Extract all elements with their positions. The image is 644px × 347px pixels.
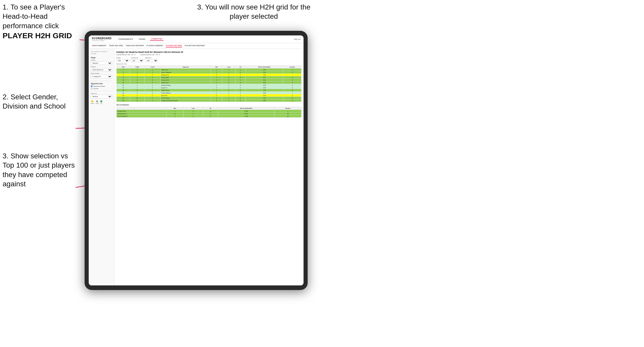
colour-dot-up — [100, 100, 102, 102]
filter-group-conference: Conference (All) — [131, 57, 144, 62]
col-rounds: Rounds — [283, 66, 301, 69]
sub-nav: TEAM SUMMARY TEAM H2H GRID TEAM H2H HEAT… — [89, 43, 304, 49]
filter-group-opponent: Opponent (All) — [145, 57, 158, 62]
conference-filter-select[interactable]: (All) — [131, 59, 144, 62]
table-row: 15 8 5 Stella Cheng 1 0 0 1.25 4 — [117, 89, 301, 92]
step3-top-text: 3. You will now see H2H grid for the pla… — [197, 3, 310, 20]
sidebar-gender-select[interactable]: Women's Men's — [91, 61, 112, 65]
nav-teams[interactable]: TEAMS — [138, 38, 146, 41]
sub-nav-team-summary[interactable]: TEAM SUMMARY — [92, 44, 106, 47]
filter-group-region: Region (All) — [116, 57, 129, 62]
overall-record: Overall Record: 353 - 34 - 6 — [116, 54, 135, 55]
col-div: # Div — [117, 66, 130, 69]
col-loss: Loss — [222, 66, 235, 69]
logo-text: SCOREBOARD — [92, 37, 112, 40]
sidebar-opponent-view-label: Opponent view — [91, 83, 112, 84]
table-row: 13 1 1 Jessica Huang 1 0 0 -3.00 2 — [117, 84, 301, 86]
opponents-label: Opponents: (All) — [116, 63, 301, 65]
out-div-header-row: WinLossTieDiff Av Strokes/RndRounds — [117, 107, 301, 110]
table-row: NCAA Division 2 5 0 0 7.400 10 — [117, 115, 301, 118]
step2-text: 2. Select Gender, Division and School — [3, 93, 66, 110]
sub-nav-team-h2h-heatmap[interactable]: TEAM H2H HEATMAP — [126, 44, 144, 47]
sidebar-timestamp: Last Updated: 27/03/2024 16:55:38 — [91, 51, 112, 55]
table-row: 5 2 2 Alexis Sudjianto 1 0 0 4.00 3 — [117, 71, 301, 74]
table-row: 10 6 3 Andrea York 2 0 0 4.00 4 — [117, 79, 301, 81]
col-opponent: Opponent — [160, 66, 211, 69]
table-row: 6 3 3 Sydney Kuo 0 1 0 -1.00 — [117, 74, 301, 76]
col-tie: Tie — [235, 66, 245, 69]
logo-area: SCOREBOARD Powered by clippd — [92, 37, 112, 41]
sidebar-division-select[interactable]: NCAA Division III NCAA Division I NCAA D… — [91, 68, 112, 72]
sidebar: Last Updated: 27/03/2024 16:55:38 Player… — [89, 49, 114, 285]
filters-row: Region (All) Conference (All) Opponent — [116, 57, 301, 62]
sidebar-divider1 — [91, 81, 112, 81]
table-row: 19 10 6 Emily Chang 4 1 0 0.30 11 — [117, 97, 301, 99]
nav-tournaments[interactable]: TOURNAMENTS — [117, 38, 134, 41]
main-content: Last Updated: 27/03/2024 16:55:38 Player… — [89, 49, 304, 285]
sidebar-player-section: Player — [91, 57, 112, 59]
instruction-top-left: 1. To see a Player's Head-to-Head perfor… — [3, 3, 82, 41]
table-row: 16 1 3 Jessica Mason 1 2 0 -0.94 7 — [117, 92, 301, 94]
division-record: Division Record: 331 - 34 - 6 — [140, 54, 160, 55]
colour-dot-level — [96, 100, 98, 102]
table-row: 18 2 2 Euna Lee 0 1 0 -5.00 2 — [117, 94, 301, 97]
colour-legend: Down Level Up — [91, 100, 112, 104]
step1-text: 1. To see a Player's Head-to-Head perfor… — [3, 3, 65, 30]
nav-committee[interactable]: COMMITTEE — [150, 37, 164, 41]
table-row: Foreign Team 1 0 0 4.500 2 — [117, 110, 301, 112]
grid-title: Katelyn Vo Head-to-Head Grid for Women's… — [116, 51, 301, 53]
sub-nav-team-h2h-grid[interactable]: TEAM H2H GRID — [109, 44, 123, 47]
grid-records: Overall Record: 353 - 34 - 6 Division Re… — [116, 54, 301, 55]
instruction-mid-left: 2. Select Gender, Division and School — [3, 92, 77, 111]
sign-out-link[interactable]: Sign out — [294, 38, 300, 40]
instruction-top-right: 3. You will now see H2H grid for the pla… — [192, 3, 315, 21]
nav-bar: SCOREBOARD Powered by clippd TOURNAMENTS… — [89, 35, 304, 43]
step1-bold: PLAYER H2H GRID — [3, 31, 72, 40]
col-win: Win — [211, 66, 222, 69]
region-filter-select[interactable]: (All) — [116, 59, 129, 62]
grid-area: Katelyn Vo Head-to-Head Grid for Women's… — [114, 49, 304, 285]
sidebar-radio-top100[interactable]: Top 100 — [91, 88, 112, 89]
opponent-filter-select[interactable]: (All) — [145, 59, 158, 62]
main-data-table: # Div # Reg # Conf Opponent Win Loss Tie… — [116, 65, 301, 102]
tablet-device: SCOREBOARD Powered by clippd TOURNAMENTS… — [85, 31, 308, 290]
sidebar-colour-by-label: Colour by — [91, 93, 112, 94]
table-row: 11 2 5 Heejo Hyun 1 0 0 3.33 3 — [117, 81, 301, 84]
sidebar-radio-opponents[interactable]: Opponents Played — [91, 85, 112, 87]
out-of-div-table: WinLossTieDiff Av Strokes/RndRounds Fore… — [116, 107, 301, 118]
logo-sub: Powered by clippd — [92, 40, 112, 41]
col-diff: Diff Av Strokes/Rnd — [245, 66, 283, 69]
table-row: 3 1 1 Esther Lee 1 0 0 1.50 4 — [117, 69, 301, 71]
table-header-row: # Div # Reg # Conf Opponent Win Loss Tie… — [117, 66, 301, 69]
step3-bot-text: 3. Show selection vs Top 100 or just pla… — [3, 152, 75, 188]
sidebar-colour-by-select[interactable]: Win/loss — [91, 95, 112, 98]
sidebar-division-label: Division — [91, 66, 112, 68]
table-row: 20 11 7 Federica Domecq Lacroze 2 1 0 1.… — [117, 99, 301, 102]
sub-nav-player-summary[interactable]: PLAYER SUMMARY — [147, 44, 163, 47]
sidebar-gender-label: Gender — [91, 59, 112, 61]
sidebar-divider2 — [91, 91, 112, 91]
tablet-screen: SCOREBOARD Powered by clippd TOURNAMENTS… — [89, 35, 304, 285]
out-of-division-title: Out of division — [116, 104, 301, 106]
sidebar-player-rank-label: Player (Rank) — [91, 73, 112, 74]
table-row: 9 1 4 Sharon Mun 1 0 0 3.67 3 — [117, 76, 301, 79]
col-conf: # Conf — [144, 66, 160, 69]
sub-nav-player-h2h-grid[interactable]: PLAYER H2H GRID — [166, 44, 182, 47]
col-reg: # Reg — [130, 66, 145, 69]
colour-dot-down — [91, 100, 93, 102]
sidebar-player-select[interactable]: 8. Katelyn Vo — [91, 75, 112, 78]
table-row: 14 7 4 Eunice Yi 2 2 0 0.38 9 — [117, 86, 301, 89]
table-row: NAIA Division 1 15 0 0 9.267 30 — [117, 112, 301, 115]
instruction-bot-left: 3. Show selection vs Top 100 or just pla… — [3, 151, 77, 189]
sub-nav-player-h2h-heatmap[interactable]: PLAYER H2H HEATMAP — [185, 44, 205, 47]
